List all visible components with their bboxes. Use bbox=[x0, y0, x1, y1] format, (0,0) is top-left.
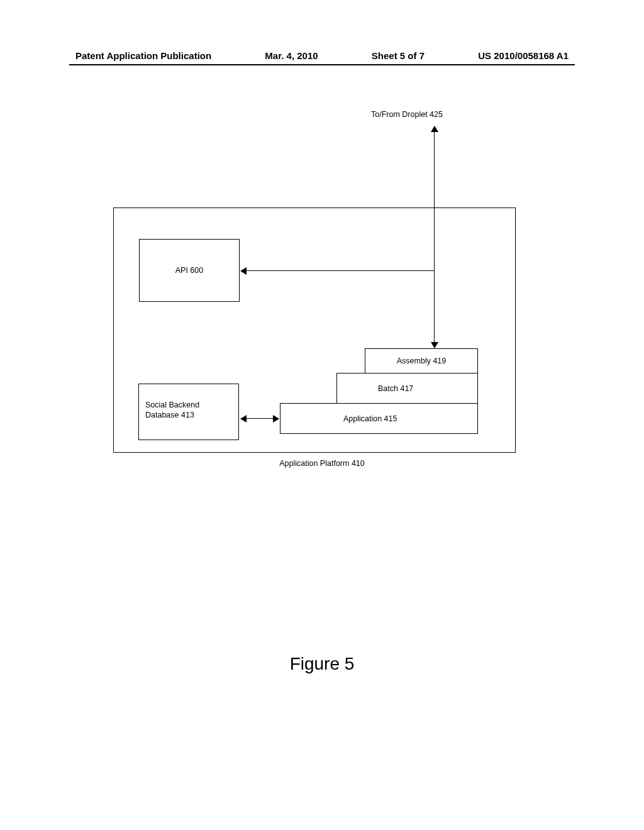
social-db-line2: Database 413 bbox=[145, 410, 238, 420]
arrowhead-db-left-icon bbox=[240, 415, 247, 423]
api-label: API 600 bbox=[175, 266, 203, 275]
batch-box: Batch 417 bbox=[336, 373, 478, 404]
sheet-number: Sheet 5 of 7 bbox=[372, 50, 425, 61]
application-box: Application 415 bbox=[280, 403, 478, 434]
application-label: Application 415 bbox=[343, 414, 397, 423]
page-header: Patent Application Publication Mar. 4, 2… bbox=[0, 50, 644, 61]
assembly-box: Assembly 419 bbox=[365, 348, 478, 374]
publication-type: Patent Application Publication bbox=[75, 50, 211, 61]
header-divider bbox=[69, 64, 575, 65]
arrow-api-line bbox=[247, 270, 434, 271]
arrowhead-db-right-icon bbox=[273, 415, 279, 423]
social-backend-database-box: Social Backend Database 413 bbox=[138, 384, 239, 440]
publication-number: US 2010/0058168 A1 bbox=[478, 50, 569, 61]
droplet-label: To/From Droplet 425 bbox=[371, 110, 443, 119]
figure-label: Figure 5 bbox=[0, 654, 644, 674]
arrowhead-left-icon bbox=[240, 267, 247, 275]
social-db-line1: Social Backend bbox=[145, 400, 238, 410]
publication-date: Mar. 4, 2010 bbox=[265, 50, 318, 61]
platform-label: Application Platform 410 bbox=[0, 459, 644, 468]
arrow-db-app-line bbox=[247, 418, 273, 419]
arrowhead-up-icon bbox=[431, 126, 438, 132]
arrow-droplet-segment-top bbox=[434, 129, 435, 208]
assembly-label: Assembly 419 bbox=[397, 357, 447, 365]
api-box: API 600 bbox=[139, 239, 240, 302]
batch-label: Batch 417 bbox=[378, 384, 413, 393]
